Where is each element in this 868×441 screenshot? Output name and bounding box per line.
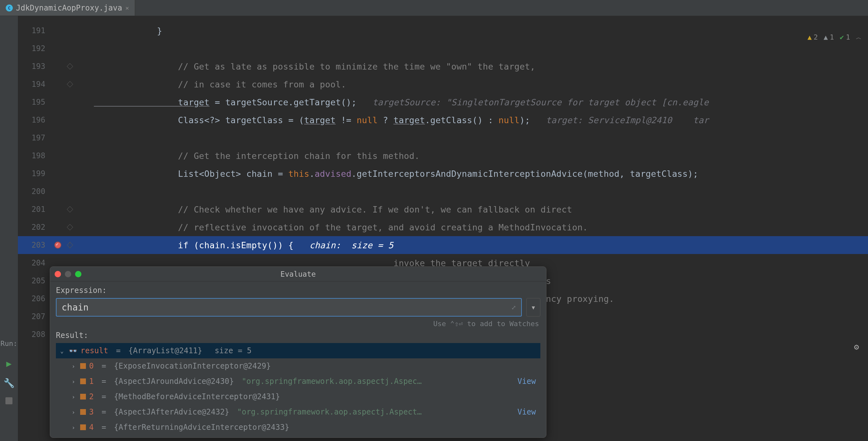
watches-hint: Use ⌃⇧⏎ to add to Watches bbox=[56, 320, 539, 328]
code-line[interactable]: 202 // reflective invocation of the targ… bbox=[18, 218, 868, 236]
dialog-title: Evaluate bbox=[280, 270, 316, 278]
run-label: Run: bbox=[1, 340, 18, 347]
class-icon: C bbox=[6, 4, 13, 11]
close-tab-icon[interactable]: × bbox=[125, 4, 129, 12]
line-number: 197 bbox=[18, 133, 49, 142]
dialog-titlebar[interactable]: Evaluate bbox=[50, 267, 546, 281]
code-content: // Get the interception chain for this m… bbox=[94, 151, 868, 161]
chevron-down-icon[interactable]: ⌄ bbox=[58, 347, 65, 354]
result-string: "org.springframework.aop.aspectj.Aspect… bbox=[232, 407, 422, 416]
watch-glasses-icon: 👓 bbox=[69, 347, 77, 355]
result-item-row[interactable]: ›1 = {AspectJAroundAdvice@2430} "org.spr… bbox=[56, 374, 540, 389]
result-type: {ArrayList@2411} bbox=[128, 346, 202, 355]
chevron-right-icon[interactable]: › bbox=[70, 394, 77, 400]
minimize-window-icon[interactable] bbox=[65, 271, 71, 277]
line-number: 192 bbox=[18, 44, 49, 53]
index-icon bbox=[80, 394, 86, 400]
result-root-row[interactable]: ⌄ 👓 result = {ArrayList@2411} size = 5 bbox=[56, 343, 540, 358]
close-window-icon[interactable] bbox=[55, 271, 61, 277]
code-line[interactable]: 193 // Get as late as possible to minimi… bbox=[18, 58, 868, 75]
code-line[interactable]: 197 bbox=[18, 129, 868, 147]
result-item-row[interactable]: ›3 = {AspectJAfterAdvice@2432} "org.spri… bbox=[56, 404, 540, 419]
result-item-row[interactable]: ›2 = {MethodBeforeAdviceInterceptor@2431… bbox=[56, 389, 540, 404]
history-dropdown-button[interactable]: ▾ bbox=[526, 298, 540, 316]
result-eq: = bbox=[97, 392, 111, 401]
breakpoint-icon[interactable] bbox=[54, 242, 61, 248]
result-value: {AfterReturningAdviceInterceptor@2433} bbox=[114, 423, 289, 432]
fold-icon[interactable] bbox=[67, 242, 73, 248]
expression-input[interactable]: chain ⤢ bbox=[56, 298, 522, 316]
line-number: 196 bbox=[18, 115, 49, 125]
view-link[interactable]: View bbox=[517, 407, 540, 416]
result-index: 4 bbox=[89, 423, 94, 432]
code-editor[interactable]: ▲2 ▲1 ✔1 ︿ 191 }192193 // Get as late as… bbox=[18, 16, 868, 441]
tab-filename: JdkDynamicAopProxy.java bbox=[16, 3, 122, 12]
chevron-right-icon[interactable]: › bbox=[70, 363, 77, 370]
result-tree[interactable]: ⌄ 👓 result = {ArrayList@2411} size = 5 ›… bbox=[56, 343, 540, 435]
result-label: Result: bbox=[56, 331, 540, 340]
code-line[interactable]: 195 target = targetSource.getTarget(); t… bbox=[18, 93, 868, 111]
line-number: 195 bbox=[18, 98, 49, 107]
result-value: {AspectJAfterAdvice@2432} bbox=[114, 407, 229, 416]
code-line[interactable]: 199 List<Object> chain = this.advised.ge… bbox=[18, 165, 868, 182]
code-content: // reflective invocation of the target, … bbox=[94, 223, 868, 232]
line-number: 193 bbox=[18, 62, 49, 71]
line-number: 202 bbox=[18, 223, 49, 232]
result-item-row[interactable]: ›4 = {AfterReturningAdviceInterceptor@24… bbox=[56, 419, 540, 435]
code-content: Class<?> targetClass = (target != null ?… bbox=[94, 115, 868, 125]
result-index: 0 bbox=[89, 362, 94, 371]
chevron-right-icon[interactable]: › bbox=[70, 378, 77, 385]
code-line[interactable]: 194 // in case it comes from a pool. bbox=[18, 75, 868, 93]
code-line[interactable]: 191 } bbox=[18, 22, 868, 40]
stop-icon[interactable] bbox=[5, 397, 12, 404]
code-content: if (chain.isEmpty()) { chain: size = 5 bbox=[94, 240, 868, 250]
result-value: {AspectJAroundAdvice@2430} bbox=[114, 377, 234, 386]
expression-value: chain bbox=[62, 302, 89, 313]
expand-icon[interactable]: ⤢ bbox=[511, 304, 516, 311]
line-number: 198 bbox=[18, 151, 49, 160]
index-icon bbox=[80, 425, 86, 430]
gear-icon[interactable]: ⚙ bbox=[854, 342, 859, 352]
code-content: List<Object> chain = this.advised.getInt… bbox=[94, 169, 868, 179]
result-value: {MethodBeforeAdviceInterceptor@2431} bbox=[114, 392, 280, 401]
chevron-down-icon: ▾ bbox=[531, 303, 536, 312]
editor-tabbar: C JdkDynamicAopProxy.java × bbox=[0, 0, 868, 16]
chevron-right-icon[interactable]: › bbox=[70, 424, 77, 431]
traffic-lights[interactable] bbox=[55, 271, 82, 277]
fold-icon[interactable] bbox=[67, 206, 73, 212]
editor-tab[interactable]: C JdkDynamicAopProxy.java × bbox=[0, 0, 135, 15]
index-icon bbox=[80, 363, 86, 369]
line-number: 204 bbox=[18, 259, 49, 267]
zoom-window-icon[interactable] bbox=[75, 271, 82, 277]
chevron-right-icon[interactable]: › bbox=[70, 409, 77, 415]
result-item-row[interactable]: ›0 = {ExposeInvocationInterceptor@2429} bbox=[56, 358, 540, 374]
fold-icon[interactable] bbox=[67, 63, 73, 70]
line-number: 201 bbox=[18, 205, 49, 214]
result-eq: = bbox=[112, 346, 125, 355]
wrench-icon[interactable]: 🔧 bbox=[3, 378, 15, 388]
result-eq: = bbox=[97, 362, 111, 371]
code-content: // in case it comes from a pool. bbox=[94, 79, 868, 89]
view-link[interactable]: View bbox=[517, 377, 540, 386]
code-line[interactable]: 198 // Get the interception chain for th… bbox=[18, 147, 868, 165]
code-line[interactable]: 200 bbox=[18, 182, 868, 200]
code-line[interactable]: 196 Class<?> targetClass = (target != nu… bbox=[18, 111, 868, 129]
line-number: 208 bbox=[18, 330, 49, 339]
result-index: 2 bbox=[89, 392, 94, 401]
fold-icon[interactable] bbox=[67, 224, 73, 230]
line-number: 207 bbox=[18, 312, 49, 321]
gutter[interactable] bbox=[49, 242, 94, 248]
code-line[interactable]: 203 if (chain.isEmpty()) { chain: size =… bbox=[18, 236, 868, 254]
line-number: 191 bbox=[18, 26, 49, 35]
result-string: "org.springframework.aop.aspectj.Aspec… bbox=[237, 377, 422, 386]
code-line[interactable]: 201 // Check whether we have any advice.… bbox=[18, 200, 868, 218]
result-index: 1 bbox=[89, 377, 94, 386]
run-icon[interactable]: ▶ bbox=[6, 358, 12, 369]
result-eq: = bbox=[97, 423, 111, 432]
evaluate-dialog: Evaluate Expression: chain ⤢ ▾ Use ⌃⇧⏎ t… bbox=[50, 266, 547, 438]
fold-icon[interactable] bbox=[67, 81, 73, 88]
code-line[interactable]: 192 bbox=[18, 40, 868, 58]
line-number: 206 bbox=[18, 294, 49, 303]
code-content: target = targetSource.getTarget(); targe… bbox=[94, 97, 868, 107]
result-index: 3 bbox=[89, 407, 94, 416]
